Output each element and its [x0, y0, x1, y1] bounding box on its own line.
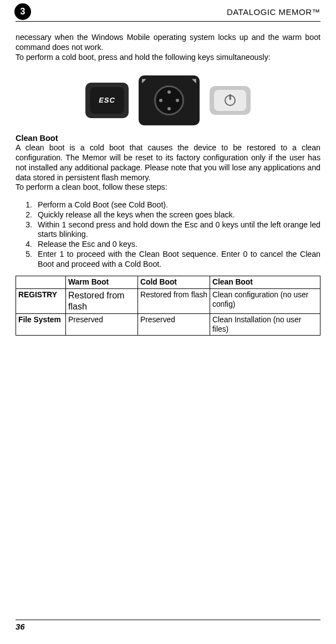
table-cell: Clean configuration (no user config) [210, 288, 320, 313]
intro-paragraph-1: necessary when the Windows Mobile operat… [16, 33, 320, 53]
row-label: File System [18, 316, 61, 324]
table-header-cell: Clean Boot [210, 276, 320, 288]
row-label: REGISTRY [18, 291, 57, 299]
table-cell: Preserved [66, 313, 138, 335]
clean-boot-paragraph-1: A clean boot is a cold boot that causes … [16, 143, 320, 182]
page-header: 3 DATALOGIC MEMOR™ [16, 0, 320, 22]
table-header-cell [16, 276, 66, 288]
table-header-cell: Cold Boot [138, 276, 210, 288]
clean-boot-paragraph-2: To perform a clean boot, follow these st… [16, 182, 320, 192]
table-cell: Preserved [138, 313, 210, 335]
table-header-row: Warm Boot Cold Boot Clean Boot [16, 276, 320, 288]
navigation-pad-icon: ◤ ◥ [139, 75, 200, 125]
header-title: DATALOGIC MEMOR™ [31, 7, 320, 17]
intro-paragraph-2: To perform a cold boot, press and hold t… [16, 53, 320, 63]
esc-key-icon: ESC [85, 83, 129, 118]
power-symbol-icon [225, 95, 236, 106]
table-cell: Restored from flash [66, 288, 138, 313]
nav-dot-icon [167, 90, 171, 94]
page-number: 36 [16, 622, 25, 631]
chapter-number: 3 [21, 7, 26, 17]
table-row: REGISTRY Restored from flash Restored fr… [16, 288, 320, 313]
nav-dot-icon [167, 107, 171, 110]
step-item: Quickly release all the keys when the sc… [34, 210, 320, 220]
nav-arrow-icon: ◤ [142, 78, 146, 85]
key-combination-figure: ESC ◤ ◥ [16, 75, 320, 125]
boot-comparison-table: Warm Boot Cold Boot Clean Boot REGISTRY … [16, 276, 320, 336]
step-item: Within 1 second press and hold down the … [34, 220, 320, 240]
page-footer: 36 [16, 620, 320, 632]
table-cell-label: File System [16, 313, 66, 335]
clean-boot-steps: Perform a Cold Boot (see Cold Boot). Qui… [16, 200, 320, 269]
table-cell: Restored from flash [138, 288, 210, 313]
step-item: Perform a Cold Boot (see Cold Boot). [34, 200, 320, 210]
nav-circle-icon [154, 85, 184, 115]
clean-boot-heading: Clean Boot [16, 133, 320, 143]
content-body: necessary when the Windows Mobile operat… [16, 22, 320, 336]
table-row: File System Preserved Preserved Clean In… [16, 313, 320, 335]
table-header-cell: Warm Boot [66, 276, 138, 288]
table-cell-label: REGISTRY [16, 288, 66, 313]
table-cell: Clean Installation (no user files) [210, 313, 320, 335]
nav-dot-icon [176, 99, 179, 102]
step-item: Release the Esc and 0 keys. [34, 240, 320, 250]
nav-arrow-icon: ◥ [192, 78, 196, 85]
chapter-badge: 3 [14, 3, 31, 20]
nav-dot-icon [159, 99, 162, 102]
step-item: Enter 1 to proceed with the Clean Boot s… [34, 250, 320, 270]
power-key-icon [210, 86, 251, 115]
esc-key-label: ESC [99, 96, 115, 105]
page: 3 DATALOGIC MEMOR™ necessary when the Wi… [0, 0, 336, 644]
